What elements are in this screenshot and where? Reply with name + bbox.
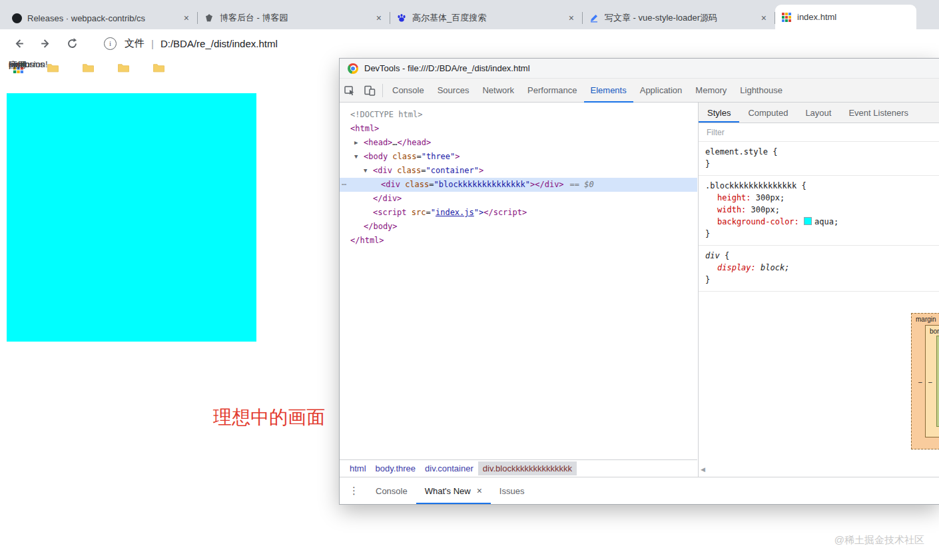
css-property-value[interactable]: 300px;	[756, 193, 784, 202]
syntax-token: class	[392, 166, 421, 175]
dom-node-html-open[interactable]: <html>	[340, 122, 697, 136]
syntax-token: </body>	[364, 222, 398, 231]
dom-node-head[interactable]: ▶<head>…</head>	[340, 136, 697, 150]
bookmark-folder-explosion[interactable]: explosion!	[83, 63, 94, 75]
devtools-titlebar[interactable]: DevTools - file:///D:/BDA/re_/dist/index…	[340, 59, 939, 79]
sidebar-tab-event-listeners[interactable]: Event Listeners	[840, 103, 917, 123]
dom-node-container-close[interactable]: </div>	[340, 192, 697, 206]
drawer-tab-issues[interactable]: Issues	[491, 477, 533, 504]
guide-dots-icon: ⋯	[342, 178, 346, 192]
github-icon	[11, 13, 22, 23]
script-src-link[interactable]: index.js	[436, 208, 474, 217]
margin-value[interactable]: –	[918, 378, 922, 385]
element-style-rule: element.style { }	[699, 142, 939, 176]
color-swatch[interactable]	[804, 217, 812, 225]
devtools-tab-performance[interactable]: Performance	[521, 79, 583, 103]
bookmark-label: platforms	[9, 59, 44, 69]
back-button[interactable]	[12, 37, 25, 50]
devtools-tab-application[interactable]: Application	[633, 79, 689, 103]
sidebar-tab-layout[interactable]: Layout	[796, 103, 840, 123]
collapse-arrow-icon[interactable]: ▶	[354, 136, 364, 150]
breadcrumb-container[interactable]: div.container	[420, 461, 478, 475]
syntax-token: =	[421, 166, 426, 175]
drawer-menu-icon[interactable]: ⋮	[349, 485, 359, 497]
devtools-tab-lighthouse[interactable]: Lighthouse	[733, 79, 789, 103]
browser-tab-github[interactable]: Releases · webpack-contrib/cs ×	[5, 7, 197, 29]
border-value[interactable]: –	[928, 378, 932, 385]
tab-close-icon[interactable]: ×	[567, 13, 576, 23]
styles-filter-input[interactable]	[705, 127, 908, 138]
css-property-name[interactable]: display:	[717, 263, 756, 272]
dom-node-body-close[interactable]: </body>	[340, 220, 697, 234]
css-property-value[interactable]: block;	[761, 263, 789, 272]
drawer-tab-whats-new[interactable]: What's New×	[416, 477, 491, 504]
page-info-icon[interactable]: i	[104, 37, 117, 50]
inspect-element-button[interactable]	[340, 79, 360, 103]
css-selector[interactable]: element.style	[705, 147, 768, 156]
dom-node-block-div-selected[interactable]: ⋯<div class="blockkkkkkkkkkkkkk"></div>=…	[340, 178, 697, 192]
bookmark-folder-platforms[interactable]: platforms	[153, 63, 164, 75]
css-declaration[interactable]: width: 300px;	[705, 204, 932, 216]
devtools-tab-memory[interactable]: Memory	[689, 79, 733, 103]
css-property-value[interactable]: 300px;	[751, 205, 780, 214]
tab-close-icon[interactable]: ×	[374, 13, 384, 23]
box-model[interactable]: margin – border –	[911, 313, 939, 449]
border-box[interactable]: border –	[925, 325, 939, 437]
syntax-token: <div	[373, 166, 392, 175]
folder-icon	[83, 63, 94, 75]
expand-arrow-icon[interactable]: ▼	[354, 150, 364, 164]
sidebar-tab-computed[interactable]: Computed	[739, 103, 796, 123]
tab-close-icon[interactable]: ×	[182, 13, 191, 23]
dom-node-body-open[interactable]: ▼<body class="three">	[340, 150, 697, 164]
css-declaration[interactable]: background-color: aqua;	[705, 216, 932, 228]
reload-button[interactable]	[65, 37, 79, 50]
breadcrumb-html[interactable]: html	[345, 461, 371, 475]
bookmark-folder-koten[interactable]: koten	[118, 63, 129, 75]
folder-icon	[118, 63, 129, 75]
browser-tab-baidu[interactable]: 高尔基体_百度搜索 ×	[390, 7, 582, 29]
css-property-name[interactable]: width:	[717, 205, 746, 214]
tab-title: 博客后台 - 博客园	[220, 12, 372, 24]
margin-box[interactable]: margin – border –	[911, 313, 939, 449]
padding-box[interactable]	[936, 336, 939, 427]
drawer-tab-console[interactable]: Console	[367, 477, 416, 504]
devtools-tab-elements[interactable]: Elements	[584, 79, 633, 103]
baidu-paw-icon	[396, 13, 407, 23]
css-selector[interactable]: div	[705, 251, 720, 260]
syntax-token: </html>	[350, 236, 384, 245]
whats-new-close-icon[interactable]: ×	[477, 485, 482, 496]
breadcrumb-block[interactable]: div.blockkkkkkkkkkkkkk	[478, 461, 577, 475]
device-toolbar-button[interactable]	[360, 79, 380, 103]
tab-close-icon[interactable]: ×	[759, 13, 769, 23]
div-default-rule: div { display: block; }	[699, 246, 939, 292]
bookmark-folder-spell[interactable]: spell	[47, 63, 59, 75]
css-property-name[interactable]: background-color:	[717, 217, 799, 226]
css-property-value[interactable]: aqua;	[814, 217, 838, 226]
devtools-tab-console[interactable]: Console	[386, 79, 431, 103]
dom-node-doctype[interactable]: <!DOCTYPE html>	[340, 108, 697, 122]
dom-node-script[interactable]: <script src="index.js"></script>	[340, 206, 697, 220]
dom-node-html-close[interactable]: </html>	[340, 234, 697, 248]
syntax-token: {	[725, 251, 729, 260]
sidebar-tab-styles[interactable]: Styles	[699, 103, 739, 123]
syntax-token: {	[773, 147, 777, 156]
css-declaration[interactable]: display: block;	[705, 262, 932, 274]
breadcrumb-body[interactable]: body.three	[371, 461, 420, 475]
dom-node-container-open[interactable]: ▼<div class="container">	[340, 164, 697, 178]
forward-button[interactable]	[39, 37, 52, 50]
css-selector[interactable]: .blockkkkkkkkkkkkkk	[705, 181, 796, 190]
tab-title: Releases · webpack-contrib/cs	[27, 13, 179, 23]
styles-filter-row	[699, 123, 939, 142]
browser-tab-index-html[interactable]: index.html	[775, 5, 916, 29]
css-property-name[interactable]: height:	[717, 193, 751, 202]
browser-tab-write-article[interactable]: 写文章 - vue-style-loader源码 ×	[583, 7, 775, 29]
browser-tab-cnblogs[interactable]: 博客后台 - 博客园 ×	[198, 7, 390, 29]
expand-arrow-icon[interactable]: ▼	[364, 164, 373, 178]
styles-hscroll-left-arrow[interactable]: ◀	[701, 466, 705, 473]
browser-tab-strip: Releases · webpack-contrib/cs × 博客后台 - 博…	[0, 0, 939, 29]
devtools-tab-network[interactable]: Network	[475, 79, 521, 103]
css-declaration[interactable]: height: 300px;	[705, 192, 932, 204]
devtools-tab-sources[interactable]: Sources	[431, 79, 476, 103]
pen-nib-icon	[204, 13, 214, 23]
address-url[interactable]: D:/BDA/re_/dist/index.html	[160, 38, 278, 49]
